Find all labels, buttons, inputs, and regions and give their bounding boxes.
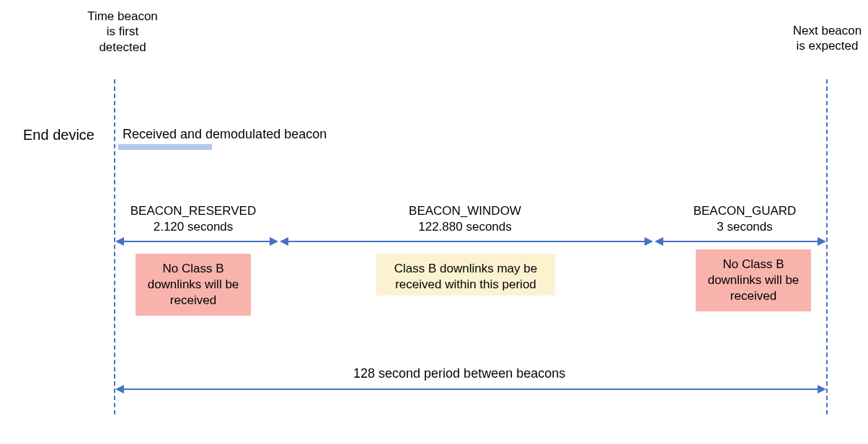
window-name: BEACON_WINDOW	[409, 204, 521, 218]
box-guard: No Class B downlinks will be received	[696, 249, 811, 311]
segment-reserved-title: BEACON_RESERVED 2.120 seconds	[121, 203, 265, 235]
window-duration: 122.880 seconds	[418, 220, 512, 234]
box-window: Class B downlinks may be received within…	[376, 254, 555, 296]
label-total-period: 128 second period between beacons	[353, 366, 565, 381]
arrow-line-reserved	[123, 241, 271, 242]
beacon-bar	[118, 144, 212, 150]
guard-duration: 3 seconds	[717, 220, 773, 234]
reserved-duration: 2.120 seconds	[154, 220, 234, 234]
dashed-line-left	[114, 79, 115, 414]
segment-window-title: BEACON_WINDOW 122.880 seconds	[350, 203, 580, 235]
arrow-right-total	[818, 385, 826, 394]
label-received-beacon: Received and demodulated beacon	[123, 127, 327, 142]
arrow-line-total	[123, 388, 819, 390]
arrow-right-reserved	[270, 237, 278, 246]
arrow-right-window	[645, 237, 653, 246]
guard-name: BEACON_GUARD	[694, 204, 797, 218]
reserved-name: BEACON_RESERVED	[130, 204, 256, 218]
label-next-beacon-expected: Next beacon is expected	[789, 23, 865, 54]
box-reserved: No Class B downlinks will be received	[136, 254, 251, 316]
arrow-right-guard	[818, 237, 826, 246]
label-time-beacon-detected: Time beacon is first detected	[83, 9, 162, 55]
label-end-device: End device	[23, 127, 94, 143]
diagram-container: Time beacon is first detected Next beaco…	[0, 0, 868, 444]
dashed-line-right	[826, 79, 828, 414]
arrow-line-guard	[662, 241, 819, 242]
segment-guard-title: BEACON_GUARD 3 seconds	[669, 203, 820, 235]
arrow-line-window	[287, 241, 646, 242]
